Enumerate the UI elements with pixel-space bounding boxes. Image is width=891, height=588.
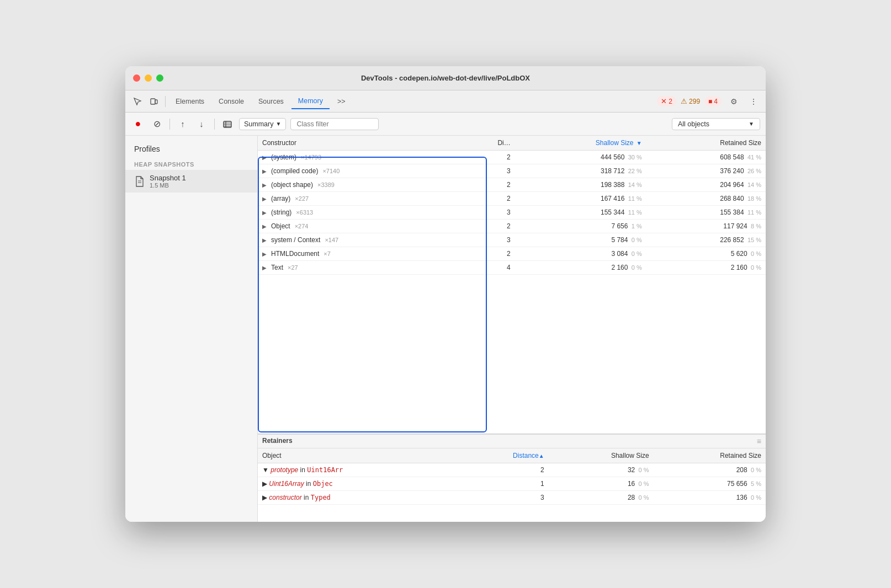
snapshot-button[interactable]: [220, 117, 235, 131]
cell-retained: 376 240 26 %: [646, 164, 766, 178]
col-shallow[interactable]: Shallow Size ▼: [515, 136, 646, 151]
svg-rect-1: [155, 100, 157, 104]
retainer-link: prototype: [271, 466, 298, 474]
retainer-divider-row: Retainers ≡: [258, 435, 766, 448]
retainer-row[interactable]: ▶ constructor in Typed 3 28 0 % 136 0 %: [258, 491, 766, 505]
inspect-icon[interactable]: [130, 94, 145, 109]
device-icon[interactable]: [146, 94, 162, 109]
table-row[interactable]: ▶ (string) ×6313 3 155 344 11 % 155 384 …: [258, 206, 766, 220]
col-shallow-ret[interactable]: Shallow Size: [549, 448, 654, 463]
retainer-link: constructor: [269, 494, 301, 501]
table-row[interactable]: ▶ (system) ×14793 2 444 560 30 % 608 548…: [258, 151, 766, 164]
expand-icon[interactable]: ▶: [262, 237, 269, 243]
constructor-count: ×7140: [322, 168, 340, 174]
cell-retained: 2 160 0 %: [646, 261, 766, 275]
clear-button[interactable]: ⊘: [150, 117, 164, 131]
snapshot-size: 1.5 MB: [150, 182, 186, 189]
cell-retained: 268 840 18 %: [646, 192, 766, 206]
info-badge: ■ 4: [704, 97, 722, 106]
table-row[interactable]: ▶ system / Context ×147 3 5 784 0 % 226 …: [258, 233, 766, 247]
expand-icon[interactable]: ▶: [262, 251, 269, 257]
retainer-code: Objec: [313, 480, 333, 488]
cell-shallow-ret: 28 0 %: [549, 491, 654, 505]
tab-elements[interactable]: Elements: [169, 94, 211, 109]
retainer-mid: in: [298, 466, 307, 474]
constructor-name: (string): [271, 209, 291, 216]
retainer-mid: in: [302, 494, 311, 501]
summary-label: Summary: [244, 120, 273, 128]
col-distance[interactable]: Di…: [463, 136, 515, 151]
class-filter-input[interactable]: [290, 118, 379, 130]
tab-console[interactable]: Console: [212, 94, 251, 109]
settings-icon[interactable]: ⚙: [726, 94, 741, 109]
expand-icon[interactable]: ▶: [262, 168, 269, 174]
expand-icon[interactable]: ▶: [262, 265, 269, 271]
table-row[interactable]: ▶ (compiled code) ×7140 3 318 712 22 % 3…: [258, 164, 766, 178]
all-objects-dropdown[interactable]: All objects ▼: [672, 118, 760, 130]
warning-badge: ⚠ 299: [681, 97, 700, 105]
cell-distance-ret: 1: [459, 477, 549, 491]
retainer-row[interactable]: ▶ Uint16Array in Objec 1 16 0 % 75 656 5…: [258, 477, 766, 491]
retainer-code: Typed: [311, 494, 331, 501]
all-objects-label: All objects: [678, 120, 709, 128]
cell-shallow: 2 160 0 %: [515, 261, 646, 275]
col-retained[interactable]: Retained Size: [646, 136, 766, 151]
memory-toolbar: ● ⊘ ↑ ↓ Summary ▼ All objects ▼: [125, 113, 766, 136]
table-row[interactable]: ▶ (object shape) ×3389 2 198 388 14 % 20…: [258, 178, 766, 192]
table-row[interactable]: ▶ Object ×274 2 7 656 1 % 117 924 8 %: [258, 220, 766, 233]
cell-distance-ret: 3: [459, 491, 549, 505]
summary-dropdown[interactable]: Summary ▼: [239, 118, 286, 130]
expand-icon[interactable]: ▶: [262, 182, 269, 188]
upload-button[interactable]: ↑: [176, 117, 190, 131]
col-retained-ret[interactable]: Retained Size: [654, 448, 766, 463]
cell-constructor: ▶ (object shape) ×3389: [258, 178, 463, 192]
close-button[interactable]: [133, 74, 140, 82]
constructor-count: ×7: [323, 250, 331, 257]
cell-constructor: ▶ Object ×274: [258, 220, 463, 233]
retainer-section: Retainers ≡ Object Distance▲ Shallow Siz…: [258, 434, 766, 522]
constructor-name: (compiled code): [271, 167, 318, 175]
retainer-pre: ▶: [262, 480, 269, 488]
record-button[interactable]: ●: [131, 117, 145, 131]
cell-distance: 3: [463, 206, 515, 220]
cell-object: ▶ constructor in Typed: [258, 491, 459, 505]
tab-memory[interactable]: Memory: [291, 94, 330, 109]
expand-icon[interactable]: ▶: [262, 223, 269, 229]
cell-distance: 3: [463, 164, 515, 178]
expand-icon[interactable]: ▶: [262, 154, 269, 161]
snapshot-name: Snapshot 1: [150, 174, 186, 182]
error-badge: ✕ 2: [657, 96, 676, 106]
col-object[interactable]: Object: [258, 448, 459, 463]
profiles-title: Profiles: [125, 141, 257, 157]
table-row[interactable]: ▶ (array) ×227 2 167 416 11 % 268 840 18…: [258, 192, 766, 206]
cell-retained: 204 964 14 %: [646, 178, 766, 192]
table-row[interactable]: ▶ Text ×27 4 2 160 0 % 2 160 0 %: [258, 261, 766, 275]
expand-icon[interactable]: ▶: [262, 210, 269, 216]
col-distance-ret[interactable]: Distance▲: [459, 448, 549, 463]
tab-more[interactable]: >>: [331, 94, 352, 109]
constructor-name: system / Context: [271, 236, 320, 244]
cell-constructor: ▶ system / Context ×147: [258, 233, 463, 247]
table-row[interactable]: ▶ HTMLDocument ×7 2 3 084 0 % 5 620 0 %: [258, 247, 766, 261]
cell-shallow: 167 416 11 %: [515, 192, 646, 206]
cell-shallow: 318 712 22 %: [515, 164, 646, 178]
upper-table[interactable]: Constructor Di… Shallow Size ▼ Retained …: [258, 136, 766, 434]
minimize-button[interactable]: [145, 74, 152, 82]
retainer-pre: ▶: [262, 494, 269, 501]
col-constructor[interactable]: Constructor: [258, 136, 463, 151]
retainer-row[interactable]: ▼ prototype in Uint16Arr 2 32 0 % 208 0 …: [258, 463, 766, 477]
svg-rect-0: [151, 99, 155, 104]
warning-count: 299: [689, 98, 700, 105]
retainer-header-row: Object Distance▲ Shallow Size Retained S…: [258, 448, 766, 463]
download-button[interactable]: ↓: [194, 117, 209, 131]
devtools-navbar: Elements Console Sources Memory >> ✕ 2 ⚠…: [125, 90, 766, 113]
snapshot-item[interactable]: Snapshot 1 1.5 MB: [125, 170, 257, 193]
expand-icon[interactable]: ▶: [262, 196, 269, 202]
constructor-count: ×274: [295, 223, 309, 229]
maximize-button[interactable]: [156, 74, 163, 82]
constructor-name: (object shape): [271, 181, 313, 189]
more-icon[interactable]: ⋮: [746, 94, 761, 109]
data-panel: Constructor Di… Shallow Size ▼ Retained …: [258, 136, 766, 522]
tab-sources[interactable]: Sources: [252, 94, 290, 109]
snapshot-info: Snapshot 1 1.5 MB: [150, 174, 186, 189]
